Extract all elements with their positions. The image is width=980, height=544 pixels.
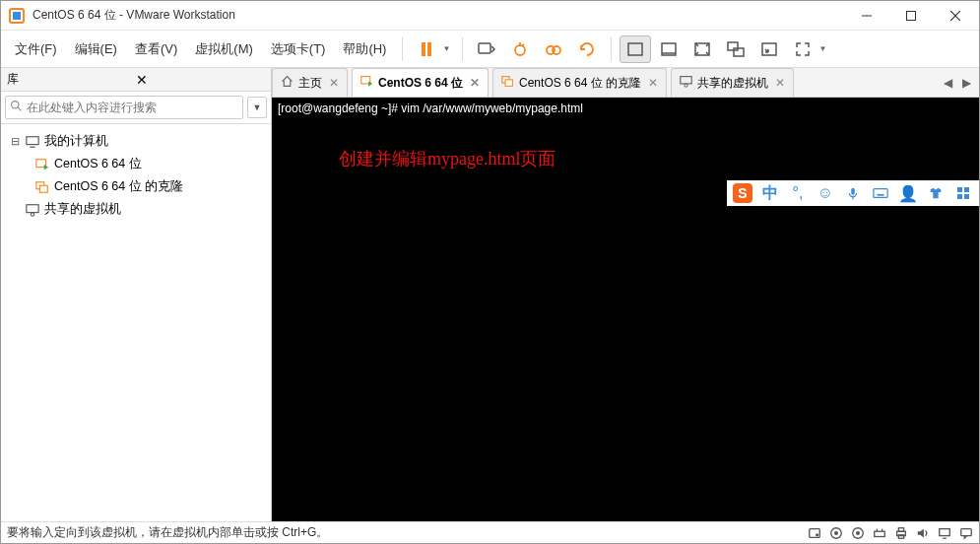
sidebar-close-button[interactable]: ✕	[132, 72, 265, 88]
svg-point-28	[31, 212, 34, 216]
svg-rect-27	[27, 204, 38, 212]
menu-file[interactable]: 文件(F)	[7, 36, 65, 62]
svg-rect-35	[851, 188, 855, 195]
svg-rect-57	[940, 528, 950, 535]
svg-rect-7	[427, 42, 431, 56]
tab-close-button[interactable]: ✕	[329, 76, 339, 90]
status-network-icon[interactable]	[873, 526, 886, 540]
maximize-button[interactable]	[888, 1, 933, 31]
home-icon	[281, 75, 294, 91]
tab-centos[interactable]: CentOS 6 64 位 ✕	[352, 68, 489, 97]
ime-skin-button[interactable]	[926, 183, 946, 203]
view-fullscreen-console-button[interactable]	[753, 35, 785, 63]
svg-point-19	[12, 102, 19, 108]
view-stretch-button[interactable]	[686, 35, 718, 63]
ime-emoji-button[interactable]: ☺	[816, 183, 835, 203]
tree-item-shared[interactable]: 共享的虚拟机	[5, 198, 267, 221]
fullscreen-button[interactable]	[787, 35, 818, 63]
svg-rect-59	[961, 528, 972, 535]
annotation-text: 创建并编辑mypage.html页面	[339, 147, 555, 170]
tab-label: CentOS 6 64 位 的克隆	[519, 75, 641, 92]
view-console-button[interactable]	[653, 35, 685, 63]
search-dropdown[interactable]: ▼	[247, 97, 267, 118]
view-unity-button[interactable]	[720, 35, 751, 63]
ime-lang-button[interactable]: 中	[760, 183, 780, 203]
terminal-line: [root@wangdefeng ~]# vim /var/www/myweb/…	[278, 102, 973, 115]
status-disk-icon[interactable]	[808, 526, 821, 540]
menu-view[interactable]: 查看(V)	[127, 36, 185, 62]
tree-toggle[interactable]: ⊟	[9, 135, 21, 148]
snapshot-manage-button[interactable]	[538, 35, 569, 63]
tab-centos-clone[interactable]: CentOS 6 64 位 的克隆 ✕	[492, 68, 667, 97]
svg-rect-36	[874, 189, 887, 198]
ime-voice-button[interactable]	[843, 183, 863, 203]
search-input-wrap[interactable]	[5, 96, 243, 119]
menubar: 文件(F) 编辑(E) 查看(V) 虚拟机(M) 选项卡(T) 帮助(H) ▼ …	[1, 31, 979, 68]
search-input[interactable]	[27, 101, 238, 114]
svg-rect-1	[13, 12, 21, 20]
tab-scroll-left[interactable]: ◀	[940, 76, 956, 90]
svg-rect-6	[422, 42, 425, 56]
svg-rect-32	[505, 80, 512, 87]
separator	[462, 37, 463, 61]
tab-close-button[interactable]: ✕	[470, 76, 480, 90]
pause-button[interactable]	[411, 35, 442, 63]
svg-rect-16	[728, 42, 738, 50]
ime-tools-button[interactable]	[953, 183, 973, 203]
computer-icon	[25, 134, 40, 150]
status-printer-icon[interactable]	[894, 526, 908, 540]
close-button[interactable]	[933, 1, 977, 31]
svg-rect-21	[27, 136, 38, 144]
menu-help[interactable]: 帮助(H)	[335, 36, 394, 62]
content-area: 主页 ✕ CentOS 6 64 位 ✕ CentOS 6 64 位 的克隆 ✕…	[272, 68, 979, 521]
window-title: CentOS 6 64 位 - VMware Workstation	[33, 7, 844, 24]
separator	[611, 37, 612, 61]
status-sound-icon[interactable]	[916, 526, 930, 540]
tree-item-centos-clone[interactable]: CentOS 6 64 位 的克隆	[5, 175, 267, 198]
window-controls	[844, 1, 977, 31]
status-cdrom2-icon[interactable]	[851, 526, 865, 540]
svg-rect-18	[762, 43, 776, 55]
svg-rect-3	[906, 11, 915, 20]
ime-punct-button[interactable]: °,	[788, 183, 808, 203]
ime-keyboard-button[interactable]	[871, 183, 890, 203]
snapshot-button[interactable]	[504, 35, 536, 63]
status-message: 要将输入定向到该虚拟机，请在虚拟机内部单击或按 Ctrl+G。	[7, 524, 328, 541]
tree-item-my-computer[interactable]: ⊟ 我的计算机	[5, 130, 267, 153]
svg-line-20	[18, 107, 21, 110]
sidebar-search-row: ▼	[1, 92, 271, 124]
menu-vm[interactable]: 虚拟机(M)	[187, 36, 261, 62]
tab-shared[interactable]: 共享的虚拟机 ✕	[671, 68, 794, 97]
status-display-icon[interactable]	[938, 526, 951, 540]
send-ctrl-alt-del-button[interactable]	[471, 35, 502, 63]
revert-button[interactable]	[571, 35, 603, 63]
status-cdrom-icon[interactable]	[829, 526, 843, 540]
sogou-icon[interactable]: S	[733, 183, 752, 203]
svg-rect-41	[957, 187, 962, 192]
svg-rect-45	[810, 528, 820, 537]
main-area: 库 ✕ ▼ ⊟ 我的计算机 CentOS 6 64 位 CentOS 6 64 …	[1, 68, 979, 521]
svg-rect-56	[898, 534, 903, 538]
view-single-button[interactable]	[620, 35, 651, 63]
tab-scroll-right[interactable]: ▶	[958, 76, 975, 90]
svg-rect-43	[957, 194, 962, 199]
svg-rect-42	[964, 187, 969, 192]
ime-toolbar[interactable]: S 中 °, ☺ 👤	[727, 180, 979, 206]
tree-item-centos[interactable]: CentOS 6 64 位	[5, 153, 267, 175]
menu-tabs[interactable]: 选项卡(T)	[263, 36, 334, 62]
vm-clone-icon	[34, 179, 50, 195]
tab-home[interactable]: 主页 ✕	[272, 68, 348, 97]
separator	[402, 37, 403, 61]
terminal[interactable]: [root@wangdefeng ~]# vim /var/www/myweb/…	[272, 98, 979, 521]
status-message-icon[interactable]	[959, 526, 973, 540]
tree-label: 我的计算机	[44, 133, 108, 150]
tab-label: 主页	[298, 75, 322, 92]
fullscreen-dropdown[interactable]: ▼	[818, 44, 830, 53]
menu-edit[interactable]: 编辑(E)	[67, 36, 125, 62]
power-dropdown[interactable]: ▼	[442, 44, 454, 53]
svg-rect-51	[875, 531, 885, 536]
tab-close-button[interactable]: ✕	[775, 76, 785, 90]
ime-person-button[interactable]: 👤	[898, 183, 918, 203]
tab-close-button[interactable]: ✕	[648, 76, 658, 90]
minimize-button[interactable]	[844, 1, 888, 31]
